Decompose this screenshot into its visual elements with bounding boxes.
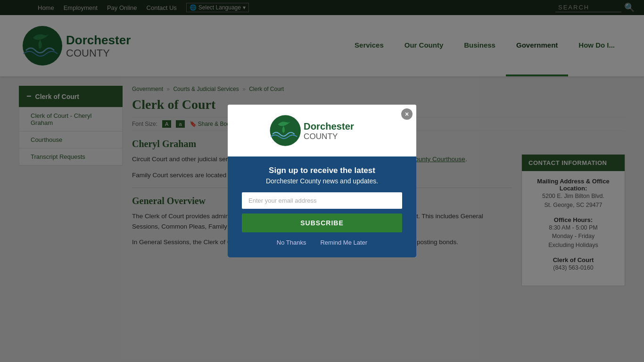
- svg-point-3: [270, 115, 301, 146]
- modal-heading: Sign up to receive the latest: [242, 166, 402, 175]
- modal-body: Sign up to receive the latest Dorchester…: [228, 156, 416, 257]
- svg-text:Dorchester: Dorchester: [304, 121, 354, 132]
- modal-subscribe-button[interactable]: SUBSCRIBE: [242, 214, 402, 232]
- no-thanks-link[interactable]: No Thanks: [277, 239, 306, 246]
- modal-overlay: × Dorchester COUNTY Sign up to receive t…: [0, 0, 644, 305]
- remind-later-link[interactable]: Remind Me Later: [320, 239, 367, 246]
- svg-text:COUNTY: COUNTY: [304, 132, 338, 141]
- modal-close-button[interactable]: ×: [401, 108, 413, 120]
- close-icon: ×: [405, 110, 409, 118]
- modal-email-input[interactable]: [242, 192, 402, 209]
- modal-logo-area: Dorchester COUNTY: [228, 105, 416, 156]
- modal-logo: Dorchester COUNTY: [265, 114, 379, 147]
- modal-box: × Dorchester COUNTY Sign up to receive t…: [228, 105, 416, 257]
- modal-footer-links: No Thanks Remind Me Later: [242, 239, 402, 246]
- modal-subheading: Dorchester County news and updates.: [242, 177, 402, 185]
